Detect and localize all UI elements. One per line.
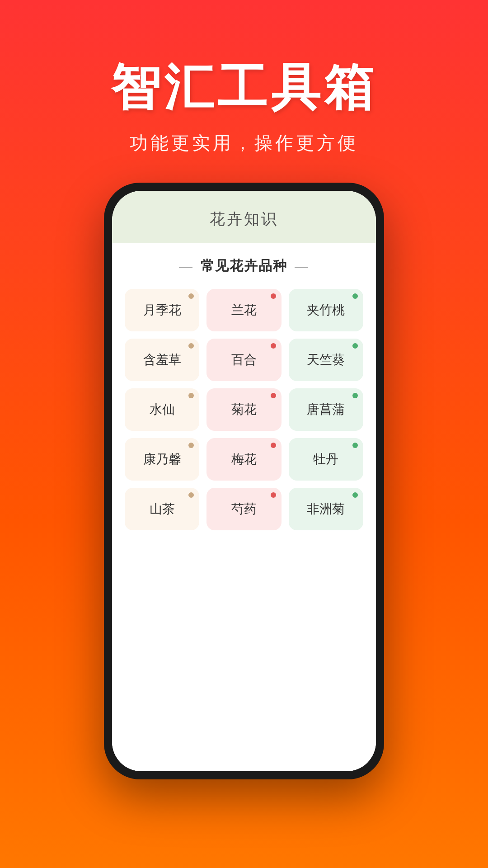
flower-card[interactable]: 含羞草 (125, 339, 199, 381)
flower-dot (271, 343, 276, 349)
flower-card[interactable]: 唐菖蒲 (289, 388, 363, 431)
flower-card[interactable]: 山茶 (125, 488, 199, 530)
flower-name: 百合 (231, 351, 257, 368)
phone-screen: 花卉知识 常见花卉品种 月季花兰花夹竹桃含羞草百合天竺葵水仙菊花唐菖蒲康乃馨梅花… (112, 191, 376, 771)
flower-dot (188, 393, 194, 398)
flower-name: 含羞草 (143, 351, 181, 368)
phone-mockup: 花卉知识 常见花卉品种 月季花兰花夹竹桃含羞草百合天竺葵水仙菊花唐菖蒲康乃馨梅花… (104, 183, 384, 779)
flower-dot (271, 393, 276, 398)
flower-name: 夹竹桃 (307, 302, 345, 319)
flower-name: 天竺葵 (307, 351, 345, 368)
flower-card[interactable]: 天竺葵 (289, 339, 363, 381)
flower-card[interactable]: 水仙 (125, 388, 199, 431)
flower-card[interactable]: 夹竹桃 (289, 289, 363, 331)
flower-name: 芍药 (231, 500, 257, 518)
flower-card[interactable]: 梅花 (206, 438, 281, 481)
flower-dot (188, 343, 194, 349)
flower-dot (352, 443, 358, 448)
flower-card[interactable]: 非洲菊 (289, 488, 363, 530)
flower-card[interactable]: 月季花 (125, 289, 199, 331)
flower-dot (271, 492, 276, 498)
flower-dot (188, 443, 194, 448)
flower-name: 兰花 (231, 302, 257, 319)
flower-name: 唐菖蒲 (307, 401, 345, 418)
flower-name: 水仙 (150, 401, 175, 418)
flower-name: 康乃馨 (143, 451, 181, 468)
flower-card[interactable]: 芍药 (206, 488, 281, 530)
flower-card[interactable]: 兰花 (206, 289, 281, 331)
app-subtitle: 功能更实用，操作更方便 (130, 131, 358, 156)
flower-card[interactable]: 菊花 (206, 388, 281, 431)
flower-card[interactable]: 康乃馨 (125, 438, 199, 481)
flower-card[interactable]: 牡丹 (289, 438, 363, 481)
flower-dot (352, 343, 358, 349)
app-title: 智汇工具箱 (111, 54, 377, 122)
flower-dot (271, 293, 276, 299)
screen-header-title: 花卉知识 (210, 210, 278, 227)
flower-card[interactable]: 百合 (206, 339, 281, 381)
flower-dot (188, 293, 194, 299)
flower-dot (352, 393, 358, 398)
flower-name: 牡丹 (313, 451, 338, 468)
flower-dot (271, 443, 276, 448)
flower-dot (352, 293, 358, 299)
flower-grid: 月季花兰花夹竹桃含羞草百合天竺葵水仙菊花唐菖蒲康乃馨梅花牡丹山茶芍药非洲菊 (125, 289, 363, 530)
flower-name: 山茶 (150, 500, 175, 518)
flower-name: 月季花 (143, 302, 181, 319)
flower-dot (188, 492, 194, 498)
flower-name: 梅花 (231, 451, 257, 468)
section-title: 常见花卉品种 (125, 257, 363, 275)
screen-header: 花卉知识 (112, 191, 376, 243)
app-header: 智汇工具箱 功能更实用，操作更方便 (0, 0, 488, 183)
flower-name: 非洲菊 (307, 500, 345, 518)
screen-content: 常见花卉品种 月季花兰花夹竹桃含羞草百合天竺葵水仙菊花唐菖蒲康乃馨梅花牡丹山茶芍… (112, 243, 376, 771)
flower-name: 菊花 (231, 401, 257, 418)
flower-dot (352, 492, 358, 498)
